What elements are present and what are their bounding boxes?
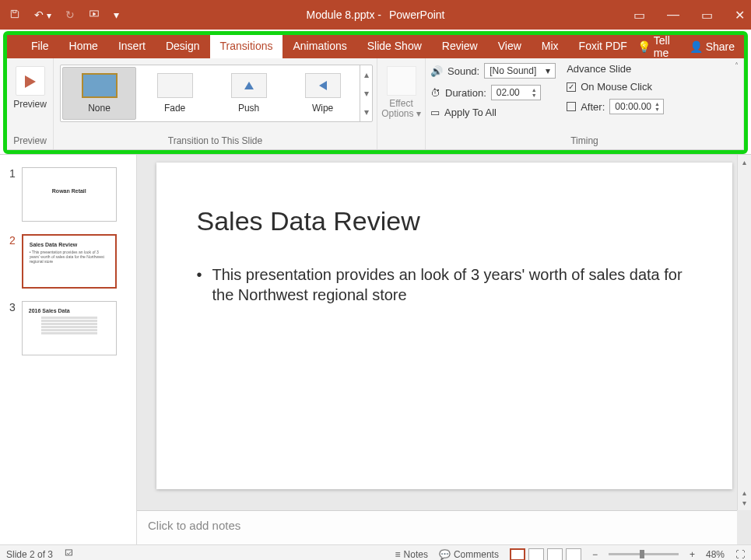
share-button[interactable]: 👤 Share — [690, 40, 735, 53]
vertical-scrollbar[interactable]: ▴ ▴ ▾ — [737, 155, 751, 510]
transition-fade[interactable]: Fade — [138, 65, 212, 121]
transition-push[interactable]: Push — [212, 65, 286, 121]
group-transition-gallery: None Fade Push Wipe ▴ ▾ ▾ Transition to … — [54, 58, 377, 149]
transition-push-label: Push — [238, 103, 259, 114]
gallery-expand-icon[interactable]: ▾ — [360, 103, 372, 121]
slide-thumb-3-row: 3 2016 Sales Data — [0, 298, 136, 365]
minimize-icon[interactable]: — — [667, 8, 679, 23]
tab-home[interactable]: Home — [59, 35, 108, 58]
slide-thumb-1-row: 1 Rowan Retail — [0, 164, 136, 231]
gallery-scroll-down-icon[interactable]: ▾ — [360, 84, 372, 103]
transition-gallery: None Fade Push Wipe ▴ ▾ ▾ — [60, 65, 373, 122]
sound-select[interactable]: [No Sound] ▾ — [484, 63, 556, 79]
tab-mix[interactable]: Mix — [532, 35, 569, 58]
slide-title[interactable]: Sales Data Review — [197, 206, 692, 236]
spin-up-icon[interactable]: ▲ — [532, 87, 537, 93]
start-from-beginning-icon[interactable] — [89, 9, 100, 22]
slide-canvas[interactable]: Sales Data Review This presentation prov… — [156, 163, 732, 489]
notes-toggle-button[interactable]: ≡ Notes — [395, 549, 428, 560]
ribbon-display-options-icon[interactable]: ▭ — [633, 8, 645, 23]
lightbulb-icon: 💡 — [637, 40, 651, 53]
tab-transitions[interactable]: Transitions — [210, 35, 283, 58]
zoom-slider[interactable] — [609, 553, 679, 555]
group-label-preview: Preview — [7, 135, 53, 146]
tab-view[interactable]: View — [488, 35, 532, 58]
tab-review[interactable]: Review — [432, 35, 488, 58]
tab-slideshow[interactable]: Slide Show — [357, 35, 432, 58]
zoom-level[interactable]: 48% — [706, 549, 725, 560]
spin-up-icon[interactable]: ▲ — [654, 101, 660, 107]
gallery-scroll-up-icon[interactable]: ▴ — [360, 65, 372, 84]
close-icon[interactable]: ✕ — [735, 8, 745, 23]
slide-thumb-2[interactable]: Sales Data Review • This presentation pr… — [22, 234, 117, 289]
after-value: 00:00.00 — [615, 101, 651, 112]
tell-me-label: Tell me — [654, 34, 685, 59]
sound-value: [No Sound] — [490, 65, 536, 76]
transition-push-thumb — [231, 73, 267, 98]
notes-pane[interactable]: Click to add notes — [137, 510, 737, 544]
notes-icon: ≡ — [395, 549, 401, 560]
transition-none-thumb — [82, 73, 118, 98]
effect-options-button[interactable]: EffectOptions ▾ — [381, 99, 421, 119]
scroll-up-icon[interactable]: ▴ — [742, 158, 746, 166]
slide-thumb-1[interactable]: Rowan Retail — [22, 167, 117, 222]
slide-thumb-body: • This presentation provides an look of … — [30, 250, 109, 264]
qat-customize-icon[interactable]: ▾ — [114, 9, 119, 21]
tell-me-button[interactable]: 💡 Tell me — [637, 34, 685, 59]
collapse-ribbon-icon[interactable]: ˄ — [735, 61, 739, 70]
tab-file[interactable]: File — [21, 35, 59, 58]
transition-wipe[interactable]: Wipe — [286, 65, 360, 121]
maximize-icon[interactable]: ▭ — [701, 8, 713, 23]
zoom-out-button[interactable]: − — [592, 549, 598, 560]
spin-down-icon[interactable]: ▼ — [532, 93, 537, 98]
slideshow-view-button[interactable] — [566, 548, 581, 561]
title-separator: - — [377, 9, 381, 21]
spin-down-icon[interactable]: ▼ — [654, 107, 660, 112]
transition-wipe-thumb — [305, 73, 341, 98]
zoom-in-button[interactable]: + — [690, 549, 695, 560]
preview-icon[interactable] — [16, 66, 45, 96]
spellcheck-icon[interactable] — [64, 548, 75, 560]
transition-none[interactable]: None — [62, 67, 136, 120]
prev-slide-icon[interactable]: ▴ — [742, 488, 746, 497]
save-icon[interactable] — [9, 9, 20, 22]
duration-input[interactable]: 02.00 ▲▼ — [491, 85, 541, 100]
slide-body[interactable]: This presentation provides an look of 3 … — [197, 264, 692, 305]
after-label: After: — [581, 101, 605, 113]
redo-icon[interactable]: ↻ — [65, 9, 75, 21]
preview-button[interactable]: Preview — [13, 99, 47, 110]
tab-insert[interactable]: Insert — [108, 35, 156, 58]
comments-toggle-button[interactable]: 💬 Comments — [439, 549, 499, 560]
effect-options-icon — [387, 66, 416, 96]
slide-thumb-title: Rowan Retail — [29, 188, 110, 194]
slide-thumb-3[interactable]: 2016 Sales Data — [22, 301, 117, 355]
slide-number: 1 — [9, 167, 16, 180]
undo-icon[interactable]: ↶ ▾ — [34, 9, 51, 21]
tab-design[interactable]: Design — [156, 35, 210, 58]
sound-label: Sound: — [447, 65, 479, 77]
sound-icon: 🔊 — [430, 65, 443, 77]
on-mouse-click-checkbox[interactable]: ✓ — [567, 82, 576, 92]
next-slide-icon[interactable]: ▾ — [742, 499, 746, 507]
tab-animations[interactable]: Animations — [283, 35, 356, 58]
notes-label: Notes — [404, 549, 428, 560]
fit-to-window-button[interactable]: ⛶ — [735, 549, 745, 560]
reading-view-button[interactable] — [547, 548, 563, 561]
effect-options-drop-icon: ▾ — [416, 108, 421, 119]
slide-thumb-2-row: 2 Sales Data Review • This presentation … — [0, 231, 136, 298]
transition-wipe-label: Wipe — [312, 103, 333, 114]
apply-to-all-button[interactable]: ▭ Apply To All — [430, 107, 556, 118]
gallery-scroll: ▴ ▾ ▾ — [360, 65, 372, 121]
normal-view-button[interactable] — [510, 548, 525, 561]
tab-foxit-pdf[interactable]: Foxit PDF — [569, 35, 637, 58]
after-checkbox[interactable] — [567, 102, 576, 111]
chevron-down-icon: ▾ — [546, 65, 550, 76]
slide-sorter-view-button[interactable] — [528, 548, 544, 561]
undo-drop-icon[interactable]: ▾ — [47, 10, 51, 20]
duration-value: 02.00 — [497, 87, 520, 98]
after-input[interactable]: 00:00.00 ▲▼ — [609, 99, 664, 114]
transition-fade-label: Fade — [164, 103, 185, 114]
on-mouse-click-label: On Mouse Click — [581, 81, 652, 93]
ribbon-tabs: File Home Insert Design Transitions Anim… — [7, 35, 744, 58]
quick-access-toolbar: ↶ ▾ ↻ ▾ — [0, 9, 119, 22]
